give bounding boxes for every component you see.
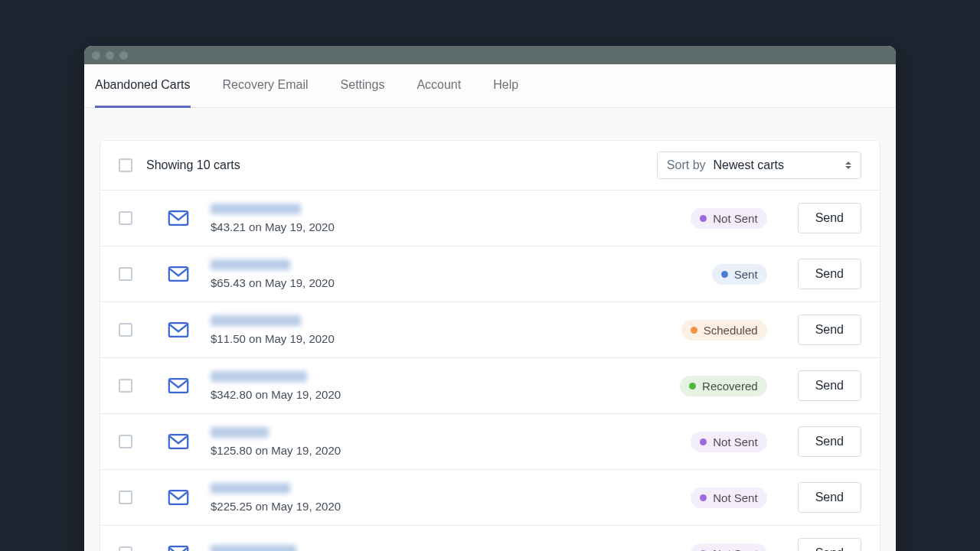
- row-checkbox[interactable]: [119, 323, 132, 337]
- carts-panel: Showing 10 carts Sort by Newest carts $4…: [100, 140, 880, 551]
- row-main: [211, 545, 677, 551]
- status-dot-icon: [700, 215, 707, 222]
- status-text: Recovered: [702, 380, 758, 393]
- tab-settings[interactable]: Settings: [341, 64, 385, 108]
- window-minimize-dot[interactable]: [106, 51, 114, 60]
- status-text: Not Sent: [713, 212, 757, 225]
- status-badge: Scheduled: [681, 320, 767, 341]
- send-button[interactable]: Send: [798, 482, 861, 513]
- send-button[interactable]: Send: [798, 538, 861, 551]
- app-window: Abandoned CartsRecovery EmailSettingsAcc…: [84, 46, 896, 551]
- tab-help[interactable]: Help: [493, 64, 518, 108]
- cart-rows-container: $43.21 on May 19, 2020Not SentSend$65.43…: [100, 191, 880, 551]
- status-text: Not Sent: [713, 435, 757, 448]
- svg-rect-4: [169, 435, 188, 448]
- customer-name[interactable]: [211, 371, 307, 382]
- mail-icon[interactable]: [168, 434, 189, 449]
- row-main: $342.80 on May 19, 2020: [211, 371, 666, 401]
- row-main: $125.80 on May 19, 2020: [211, 427, 677, 457]
- mail-icon[interactable]: [168, 378, 189, 393]
- cart-amount-date: $65.43 on May 19, 2020: [211, 276, 698, 289]
- tab-account[interactable]: Account: [416, 64, 461, 108]
- row-checkbox[interactable]: [119, 546, 132, 551]
- mail-icon[interactable]: [168, 546, 189, 551]
- mail-icon[interactable]: [168, 322, 189, 337]
- cart-row: $225.25 on May 19, 2020Not SentSend: [100, 470, 880, 526]
- svg-rect-1: [169, 267, 188, 281]
- status-badge: Not Sent: [691, 487, 766, 508]
- status-dot-icon: [691, 327, 697, 334]
- mail-icon[interactable]: [168, 266, 189, 282]
- status-badge: Not Sent: [691, 543, 766, 552]
- cart-amount-date: $342.80 on May 19, 2020: [211, 388, 666, 401]
- status-dot-icon: [700, 439, 707, 445]
- cart-row: $342.80 on May 19, 2020RecoveredSend: [100, 358, 880, 414]
- customer-name[interactable]: [211, 427, 269, 438]
- sort-by-value: Newest carts: [714, 158, 784, 172]
- svg-rect-0: [169, 211, 188, 225]
- cart-row: $65.43 on May 19, 2020SentSend: [100, 246, 880, 302]
- svg-rect-2: [169, 323, 188, 337]
- customer-name[interactable]: [211, 483, 290, 494]
- cart-row: $43.21 on May 19, 2020Not SentSend: [100, 191, 880, 246]
- cart-row: $11.50 on May 19, 2020ScheduledSend: [100, 302, 880, 358]
- send-button[interactable]: Send: [798, 203, 861, 233]
- customer-name[interactable]: [211, 259, 290, 270]
- row-main: $225.25 on May 19, 2020: [211, 483, 677, 513]
- sort-chevron-icon: [845, 161, 851, 169]
- status-dot-icon: [689, 383, 696, 390]
- customer-name[interactable]: [211, 204, 301, 214]
- showing-count-label: Showing 10 carts: [146, 158, 240, 172]
- window-zoom-dot[interactable]: [119, 51, 128, 60]
- customer-name[interactable]: [211, 545, 296, 551]
- status-badge: Recovered: [680, 376, 767, 396]
- row-main: $11.50 on May 19, 2020: [211, 315, 668, 345]
- status-text: Sent: [734, 268, 758, 281]
- send-button[interactable]: Send: [798, 370, 861, 401]
- row-checkbox[interactable]: [119, 267, 132, 281]
- row-main: $65.43 on May 19, 2020: [211, 259, 698, 289]
- send-button[interactable]: Send: [798, 259, 861, 289]
- cart-row: Not SentSend: [100, 526, 880, 551]
- status-text: Scheduled: [704, 324, 758, 337]
- status-text: Not Sent: [713, 491, 757, 504]
- row-main: $43.21 on May 19, 2020: [211, 204, 677, 233]
- send-button[interactable]: Send: [798, 426, 861, 457]
- send-button[interactable]: Send: [798, 315, 861, 345]
- row-checkbox[interactable]: [119, 491, 132, 504]
- status-dot-icon: [700, 494, 707, 501]
- mail-icon[interactable]: [168, 490, 189, 505]
- svg-rect-3: [169, 379, 188, 393]
- cart-amount-date: $225.25 on May 19, 2020: [211, 500, 677, 513]
- cart-row: $125.80 on May 19, 2020Not SentSend: [100, 414, 880, 470]
- status-badge: Not Sent: [691, 432, 766, 452]
- select-all-checkbox[interactable]: [119, 158, 132, 172]
- sort-by-label: Sort by: [667, 158, 706, 172]
- panel-header-left: Showing 10 carts: [119, 158, 240, 172]
- window-titlebar: [84, 46, 896, 64]
- panel-header: Showing 10 carts Sort by Newest carts: [100, 141, 880, 191]
- main-tabs: Abandoned CartsRecovery EmailSettingsAcc…: [84, 64, 896, 108]
- window-close-dot[interactable]: [92, 51, 100, 60]
- row-checkbox[interactable]: [119, 211, 132, 225]
- tab-recovery-email[interactable]: Recovery Email: [223, 64, 309, 108]
- status-dot-icon: [721, 271, 728, 278]
- customer-name[interactable]: [211, 315, 301, 326]
- status-badge: Sent: [712, 264, 767, 285]
- cart-amount-date: $11.50 on May 19, 2020: [211, 332, 668, 345]
- sort-selector[interactable]: Sort by Newest carts: [657, 152, 861, 179]
- svg-rect-5: [169, 491, 188, 504]
- cart-amount-date: $125.80 on May 19, 2020: [211, 444, 677, 457]
- cart-amount-date: $43.21 on May 19, 2020: [211, 220, 677, 233]
- row-checkbox[interactable]: [119, 379, 132, 393]
- status-text: Not Sent: [713, 547, 757, 552]
- status-badge: Not Sent: [691, 208, 766, 229]
- tab-abandoned-carts[interactable]: Abandoned Carts: [95, 64, 191, 108]
- content-area: Showing 10 carts Sort by Newest carts $4…: [84, 108, 896, 551]
- mail-icon[interactable]: [168, 210, 189, 226]
- row-checkbox[interactable]: [119, 435, 132, 448]
